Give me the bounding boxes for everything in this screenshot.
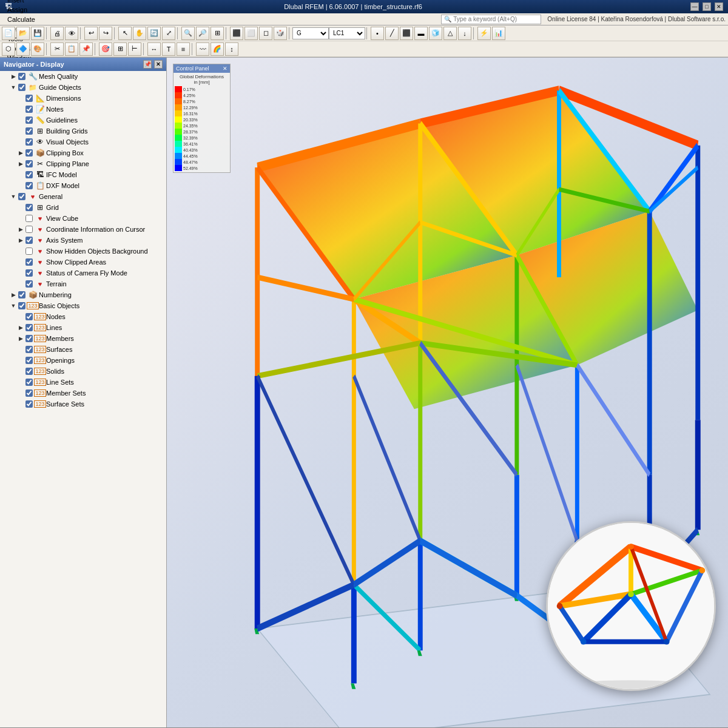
tree-checkbox[interactable]	[25, 106, 33, 113]
lc2-dropdown[interactable]: LC1	[329, 27, 365, 39]
tree-checkbox[interactable]	[25, 116, 33, 124]
tree-checkbox[interactable]	[18, 302, 25, 309]
tree-checkbox[interactable]	[25, 357, 33, 364]
copy-btn[interactable]: 📋	[65, 42, 78, 56]
tree-checkbox[interactable]	[25, 248, 33, 255]
tree-item-clipping-box[interactable]: ▶📦Clipping Box	[0, 147, 166, 158]
tree-checkbox[interactable]	[25, 258, 33, 266]
tree-item-guide-objects[interactable]: ▼📁Guide Objects	[0, 82, 166, 93]
new-btn[interactable]: 📄	[2, 27, 15, 40]
tree-item-line-sets[interactable]: 123Line Sets	[0, 377, 166, 388]
tree-checkbox[interactable]	[18, 73, 25, 80]
tree-item-general[interactable]: ▼♥General	[0, 191, 166, 202]
redo-btn[interactable]: ↪	[99, 27, 112, 40]
tree-item-lines[interactable]: ▶123Lines	[0, 322, 166, 333]
menu-item-calculate[interactable]: Calculate	[2, 15, 40, 24]
nav-pin-btn[interactable]: 📌	[143, 60, 152, 69]
tree-toggle[interactable]: ▼	[10, 84, 17, 91]
cp-close-btn[interactable]: ✕	[223, 66, 228, 72]
tree-toggle[interactable]: ▶	[10, 73, 17, 80]
tree-item-dimensions[interactable]: 📐Dimensions	[0, 93, 166, 104]
tree-checkbox[interactable]	[25, 149, 33, 157]
tree-item-mesh-quality[interactable]: ▶🔧Mesh Quality	[0, 71, 166, 82]
tree-checkbox[interactable]	[25, 313, 33, 320]
maximize-btn[interactable]: □	[703, 2, 711, 11]
tree-item-view-cube[interactable]: ♥View Cube	[0, 213, 166, 224]
zoom-in-btn[interactable]: 🔍	[181, 27, 195, 40]
tree-checkbox[interactable]	[25, 237, 33, 244]
tree-toggle[interactable]: ▶	[10, 291, 17, 298]
node-btn[interactable]: •	[371, 27, 384, 40]
tree-item-building-grids[interactable]: ⊞Building Grids	[0, 126, 166, 136]
nav-tree[interactable]: ▶🔧Mesh Quality▼📁Guide Objects📐Dimensions…	[0, 71, 166, 727]
tree-item-show-clipped-areas[interactable]: ♥Show Clipped Areas	[0, 257, 166, 268]
tree-item-visual-objects[interactable]: 👁Visual Objects	[0, 136, 166, 147]
dim-btn[interactable]: ↔	[147, 42, 161, 56]
print-btn[interactable]: 🖨	[50, 27, 64, 40]
tree-checkbox[interactable]	[25, 95, 33, 102]
tree-item-status-of-camera-fly-mode[interactable]: ♥Status of Camera Fly Mode	[0, 268, 166, 278]
minimize-btn[interactable]: —	[690, 2, 699, 11]
tree-item-basic-objects[interactable]: ▼123Basic Objects	[0, 300, 166, 311]
tree-item-guidelines[interactable]: 📏Guidelines	[0, 115, 166, 126]
wire-btn[interactable]: ⬡	[2, 42, 15, 56]
tree-item-clipping-plane[interactable]: ▶✂Clipping Plane	[0, 158, 166, 169]
tree-item-nodes[interactable]: 123Nodes	[0, 311, 166, 322]
calc-btn[interactable]: ⚡	[477, 27, 491, 40]
tree-item-notes[interactable]: 📝Notes	[0, 104, 166, 115]
front-view-btn[interactable]: ⬛	[230, 27, 243, 40]
tree-item-grid[interactable]: ⊞Grid	[0, 202, 166, 213]
select-btn[interactable]: ↖	[118, 27, 132, 40]
search-input[interactable]	[453, 16, 538, 22]
lc-dropdown[interactable]: G	[292, 27, 329, 39]
viewport[interactable]: Control Panel ✕ Global Deformationsin [m…	[167, 58, 728, 727]
load-btn[interactable]: ↓	[458, 27, 471, 40]
rotate-btn[interactable]: 🔄	[147, 27, 161, 40]
zoom-out-btn[interactable]: 🔎	[196, 27, 209, 40]
tree-checkbox[interactable]	[25, 182, 33, 189]
tree-checkbox[interactable]	[25, 368, 33, 375]
tree-item-surface-sets[interactable]: 123Surface Sets	[0, 399, 166, 410]
tree-checkbox[interactable]	[25, 269, 33, 277]
tree-checkbox[interactable]	[25, 379, 33, 386]
support-btn[interactable]: △	[443, 27, 457, 40]
tree-checkbox[interactable]	[25, 324, 33, 331]
tree-checkbox[interactable]	[25, 204, 33, 211]
menu-item-insert[interactable]: Insert	[2, 0, 40, 5]
surface-btn[interactable]: ▬	[414, 27, 428, 40]
tree-checkbox[interactable]	[25, 226, 33, 233]
nav-close-btn[interactable]: ✕	[154, 60, 163, 69]
tree-item-openings[interactable]: 123Openings	[0, 355, 166, 366]
tree-toggle[interactable]: ▼	[10, 302, 17, 309]
open-btn[interactable]: 📂	[16, 27, 30, 40]
tree-toggle[interactable]: ▶	[17, 149, 24, 157]
tree-item-show-hidden-objects-background[interactable]: ♥Show Hidden Objects Background	[0, 246, 166, 257]
menu-search[interactable]: 🔍	[441, 15, 541, 24]
save-btn[interactable]: 💾	[31, 27, 44, 40]
line-btn[interactable]: ╱	[385, 27, 399, 40]
tree-toggle[interactable]: ▶	[17, 324, 24, 331]
ortho-btn[interactable]: ⊢	[128, 42, 141, 56]
cut-btn[interactable]: ✂	[50, 42, 64, 56]
member-btn[interactable]: ⬛	[400, 27, 413, 40]
grid-btn[interactable]: ⊞	[113, 42, 127, 56]
move-btn[interactable]: ✋	[133, 27, 146, 40]
stress-btn[interactable]: 🌈	[211, 42, 224, 56]
scale-btn[interactable]: ⤢	[162, 27, 175, 40]
3d-view-btn[interactable]: 🎲	[274, 27, 287, 40]
tree-checkbox[interactable]	[18, 193, 25, 200]
render-btn[interactable]: 🔷	[16, 42, 30, 56]
tree-item-members[interactable]: ▶123Members	[0, 333, 166, 344]
undo-btn[interactable]: ↩	[84, 27, 98, 40]
tree-checkbox[interactable]	[25, 215, 33, 222]
tree-checkbox[interactable]	[18, 84, 25, 91]
tree-item-coordinate-information-on-cursor[interactable]: ▶♥Coordinate Information on Cursor	[0, 224, 166, 235]
tree-checkbox[interactable]	[25, 389, 33, 397]
tree-checkbox[interactable]	[25, 160, 33, 167]
tree-item-terrain[interactable]: ♥Terrain	[0, 278, 166, 289]
tree-item-member-sets[interactable]: 123Member Sets	[0, 388, 166, 399]
snap-btn[interactable]: 🎯	[99, 42, 112, 56]
tree-item-numbering[interactable]: ▶📦Numbering	[0, 289, 166, 300]
section-btn[interactable]: ≡	[177, 42, 190, 56]
tree-checkbox[interactable]	[25, 171, 33, 178]
